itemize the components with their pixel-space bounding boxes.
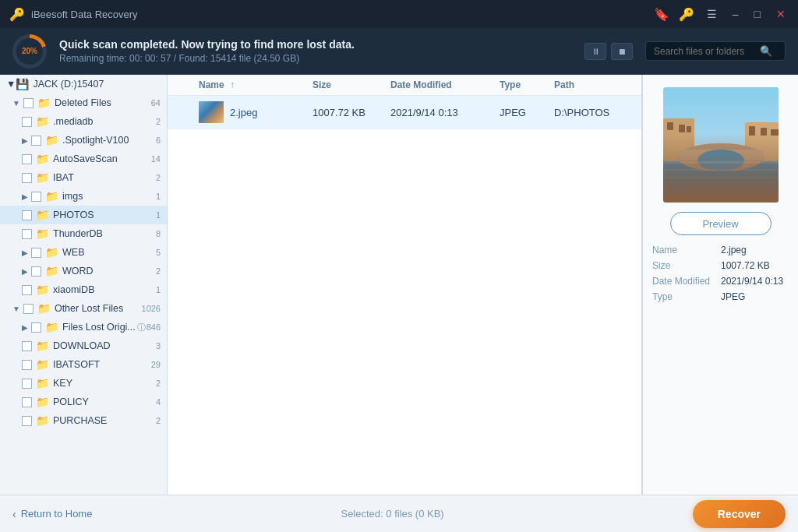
sidebar-item-web[interactable]: ▶ 📁 WEB 5 (0, 243, 167, 262)
bookmark-icon[interactable]: 🔖 (654, 7, 669, 22)
sidebar-item-spotlight[interactable]: ▶ 📁 .Spotlight-V100 6 (0, 131, 167, 150)
sidebar: ▼ 💾 JACK (D:) 15407 ▼ 📁 Deleted Files 64… (0, 75, 168, 495)
purchase-checkbox[interactable] (22, 416, 32, 426)
name-info-label: Name (652, 245, 715, 255)
ibatsoft-checkbox[interactable] (22, 360, 32, 370)
policy-label: POLICY (53, 396, 89, 407)
key-icon: 📁 (36, 377, 49, 389)
thunderdb-icon: 📁 (36, 227, 49, 240)
size-info-label: Size (652, 260, 715, 271)
files-lost-label: Files Lost Origi... (62, 322, 136, 333)
policy-checkbox[interactable] (22, 397, 32, 407)
sidebar-item-mediadb[interactable]: 📁 .mediadb 2 (0, 112, 167, 131)
scan-text: Quick scan completed. Now trying to find… (59, 38, 572, 64)
policy-icon: 📁 (36, 396, 49, 408)
imgs-chevron: ▶ (22, 192, 28, 201)
deleted-files-label: Deleted Files (55, 97, 111, 108)
mediadb-count: 2 (156, 117, 161, 126)
photos-checkbox[interactable] (22, 210, 32, 220)
key-label: KEY (53, 378, 72, 389)
sort-arrow-icon: ↑ (230, 79, 235, 90)
svg-rect-5 (687, 126, 691, 132)
minimize-button[interactable]: – (729, 6, 742, 22)
sidebar-item-purchase[interactable]: 📁 PURCHASE 2 (0, 411, 167, 430)
other-lost-icon: 📁 (37, 302, 51, 315)
download-checkbox[interactable] (22, 341, 32, 351)
imgs-label: imgs (62, 191, 83, 202)
file-info: Name 2.jpeg Size 1007.72 KB Date Modifie… (652, 245, 789, 307)
thumb-image (199, 101, 224, 123)
web-checkbox[interactable] (31, 248, 41, 258)
search-bar: 🔍 (645, 41, 786, 61)
xiaomidb-icon: 📁 (36, 284, 49, 296)
autosavescan-checkbox[interactable] (22, 154, 32, 164)
type-label: Type (500, 79, 521, 90)
sidebar-item-ibatsoft[interactable]: 📁 IBATSOFT 29 (0, 355, 167, 374)
maximize-button[interactable]: □ (751, 6, 764, 22)
preview-button[interactable]: Preview (670, 212, 772, 235)
ibatsoft-count: 29 (151, 360, 161, 369)
sidebar-item-key[interactable]: 📁 KEY 2 (0, 374, 167, 393)
header-type[interactable]: Type (500, 79, 554, 90)
key-checkbox[interactable] (22, 379, 32, 389)
files-lost-icon: 📁 (45, 321, 58, 333)
table-row[interactable]: 2.jpeg 1007.72 KB 2021/9/14 0:13 JPEG D:… (168, 96, 641, 129)
download-count: 3 (156, 341, 161, 351)
info-row-date: Date Modified 2021/9/14 0:13 (652, 276, 789, 287)
key-icon[interactable]: 🔑 (679, 7, 694, 22)
name-label: Name (199, 79, 224, 90)
spotlight-checkbox[interactable] (31, 136, 41, 146)
sidebar-item-thunderdb[interactable]: 📁 ThunderDB 8 (0, 224, 167, 243)
ibatsoft-label: IBATSOFT (53, 359, 100, 370)
info-row-type: Type JPEG (652, 291, 789, 302)
sidebar-item-files-lost-origin[interactable]: ▶ 📁 Files Lost Origi... ⓘ 846 (0, 318, 167, 336)
other-lost-checkbox[interactable] (23, 304, 34, 314)
xiaomidb-label: xiaomiDB (53, 284, 95, 295)
close-button[interactable]: ✕ (773, 6, 789, 22)
size-label: Size (312, 79, 331, 90)
sidebar-item-ibat[interactable]: 📁 IBAT 2 (0, 168, 167, 187)
row-path: D:\PHOTOS (554, 107, 632, 118)
sidebar-item-autosavescan[interactable]: 📁 AutoSaveScan 14 (0, 150, 167, 168)
sidebar-item-download[interactable]: 📁 DOWNLOAD 3 (0, 336, 167, 355)
download-icon: 📁 (36, 340, 49, 352)
sidebar-root[interactable]: ▼ 💾 JACK (D:) 15407 (0, 75, 167, 93)
autosavescan-label: AutoSaveScan (53, 153, 118, 164)
filename-text: 2.jpeg (230, 107, 257, 118)
size-info-value: 1007.72 KB (721, 260, 770, 271)
mediadb-checkbox[interactable] (22, 117, 32, 127)
thunderdb-checkbox[interactable] (22, 229, 32, 239)
header-date[interactable]: Date Modified (390, 79, 500, 90)
recover-button[interactable]: Recover (693, 500, 786, 528)
purchase-label: PURCHASE (53, 415, 107, 426)
svg-rect-3 (667, 122, 673, 130)
sidebar-item-photos[interactable]: 📁 PHOTOS 1 (0, 206, 167, 224)
menu-button[interactable]: ☰ (704, 6, 720, 22)
return-home-button[interactable]: ‹ Return to Home (12, 508, 92, 520)
ibat-checkbox[interactable] (22, 173, 32, 183)
deleted-files-checkbox[interactable] (23, 98, 34, 108)
sidebar-item-imgs[interactable]: ▶ 📁 imgs 1 (0, 187, 167, 206)
stop-button[interactable]: ⏹ (611, 43, 633, 60)
web-chevron: ▶ (22, 248, 28, 257)
xiaomidb-checkbox[interactable] (22, 285, 32, 295)
imgs-icon: 📁 (45, 190, 58, 203)
sidebar-item-xiaomidb[interactable]: 📁 xiaomiDB 1 (0, 280, 167, 299)
word-checkbox[interactable] (31, 266, 41, 277)
progress-circle: 20% (12, 34, 47, 69)
sidebar-item-deleted-files[interactable]: ▼ 📁 Deleted Files 64 (0, 93, 167, 112)
sidebar-item-other-lost-files[interactable]: ▼ 📁 Other Lost Files 1026 (0, 299, 167, 318)
header-size[interactable]: Size (312, 79, 390, 90)
app-icon: 🔑 (9, 7, 25, 22)
files-lost-count: 846 (147, 322, 161, 332)
spotlight-icon: 📁 (45, 134, 58, 146)
pause-button[interactable]: ⏸ (584, 43, 606, 60)
search-input[interactable] (654, 46, 755, 57)
sidebar-item-policy[interactable]: 📁 POLICY 4 (0, 393, 167, 411)
sidebar-item-word[interactable]: ▶ 📁 WORD 2 (0, 262, 167, 280)
header-path[interactable]: Path (554, 79, 632, 90)
files-lost-checkbox[interactable] (31, 322, 41, 333)
imgs-checkbox[interactable] (31, 192, 41, 202)
word-chevron: ▶ (22, 267, 28, 276)
header-name[interactable]: Name ↑ (199, 79, 312, 90)
